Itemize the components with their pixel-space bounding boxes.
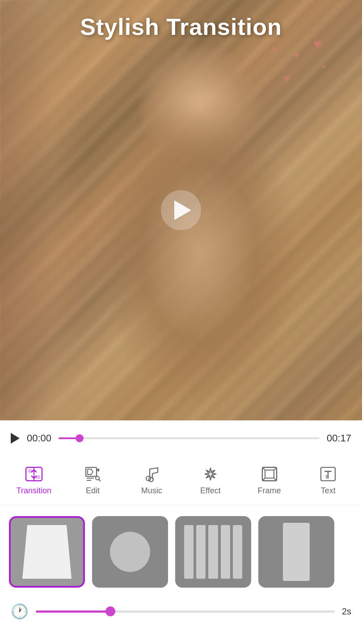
tab-music-label: Music xyxy=(141,486,162,496)
tab-text[interactable]: T Text xyxy=(299,456,358,505)
tab-effect-label: Effect xyxy=(200,486,221,496)
transition-thumb-bar-2 xyxy=(196,525,206,579)
svg-rect-2 xyxy=(28,469,32,473)
video-title: Stylish Transition xyxy=(0,13,362,40)
transition-thumb-bar-1 xyxy=(184,525,194,579)
tab-edit[interactable]: Edit xyxy=(63,456,122,505)
play-button[interactable] xyxy=(161,190,201,230)
playback-play-icon[interactable] xyxy=(11,433,20,444)
transition-options xyxy=(0,505,362,598)
tab-frame[interactable]: Frame xyxy=(240,456,299,505)
svg-point-7 xyxy=(96,476,99,480)
time-total: 00:17 xyxy=(327,432,351,444)
bottom-panel: 00:00 00:17 Transition xyxy=(0,420,362,644)
transition-option-3[interactable] xyxy=(175,516,251,588)
transition-option-4[interactable] xyxy=(258,516,334,588)
progress-track[interactable] xyxy=(59,437,320,439)
duration-track[interactable] xyxy=(36,610,335,613)
hearts-overlay: ♥ ♥ ♥ ♥ ♥ xyxy=(246,36,335,125)
progress-thumb[interactable] xyxy=(76,434,84,442)
edit-icon xyxy=(84,466,102,483)
tab-effect[interactable]: Effect xyxy=(181,456,240,505)
svg-point-10 xyxy=(149,477,153,482)
svg-line-8 xyxy=(99,479,101,481)
transition-option-1[interactable] xyxy=(9,516,85,588)
music-icon xyxy=(143,466,160,483)
effect-icon xyxy=(202,466,219,483)
tab-text-label: Text xyxy=(321,486,336,496)
transition-icon xyxy=(25,466,43,483)
svg-point-11 xyxy=(209,472,212,476)
transition-thumb-shape-4 xyxy=(283,523,310,581)
transition-thumb-bar-5 xyxy=(233,525,242,579)
tab-music[interactable]: Music xyxy=(122,456,181,505)
transition-option-2[interactable] xyxy=(92,516,168,588)
duration-controls: 🕐 2s xyxy=(0,598,362,624)
svg-text:T: T xyxy=(325,474,328,479)
tab-transition-label: Transition xyxy=(17,486,51,496)
clock-icon: 🕐 xyxy=(11,603,29,620)
svg-rect-13 xyxy=(265,470,274,478)
play-triangle-icon xyxy=(174,200,191,220)
duration-thumb[interactable] xyxy=(105,606,115,616)
video-preview: ♥ ♥ ♥ ♥ ♥ Stylish Transition xyxy=(0,0,362,420)
playback-controls: 00:00 00:17 xyxy=(0,420,362,456)
duration-value: 2s xyxy=(342,606,351,617)
tab-edit-label: Edit xyxy=(86,486,100,496)
text-icon: T xyxy=(319,466,337,483)
tab-frame-label: Frame xyxy=(258,486,281,496)
transition-thumb-shape-2 xyxy=(110,532,150,572)
frame-icon xyxy=(261,466,278,483)
transition-thumb-bar-3 xyxy=(208,525,218,579)
transition-thumb-shape-1 xyxy=(22,525,72,579)
time-current: 00:00 xyxy=(27,432,51,444)
toolbar: Transition Edit Music xyxy=(0,456,362,505)
tab-transition[interactable]: Transition xyxy=(4,456,63,505)
duration-fill xyxy=(36,610,110,613)
svg-rect-3 xyxy=(36,475,40,479)
transition-thumb-bar-4 xyxy=(221,525,230,579)
